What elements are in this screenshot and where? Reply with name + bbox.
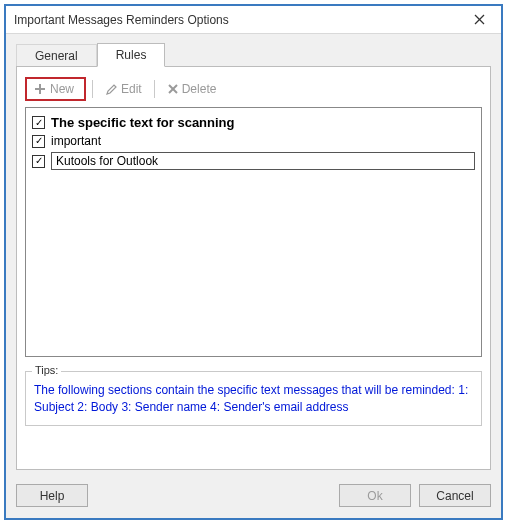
titlebar: Important Messages Reminders Options bbox=[6, 6, 501, 34]
highlight-new: New bbox=[25, 77, 86, 101]
edit-label: Edit bbox=[121, 82, 142, 96]
dialog-window: Important Messages Reminders Options Gen… bbox=[4, 4, 503, 520]
x-icon bbox=[167, 83, 179, 95]
header-checkbox[interactable]: ✓ bbox=[32, 116, 45, 129]
rule-row: ✓ bbox=[32, 151, 475, 171]
toolbar-separator bbox=[92, 80, 93, 98]
dialog-buttons: Help Ok Cancel bbox=[16, 484, 491, 507]
rules-header-label: The specific text for scanning bbox=[51, 115, 235, 130]
tips-group: Tips: The following sections contain the… bbox=[25, 371, 482, 426]
rules-list: ✓ The specific text for scanning ✓ impor… bbox=[25, 107, 482, 357]
rules-toolbar: New Edit Delete bbox=[25, 75, 482, 107]
rules-panel: New Edit Delete bbox=[16, 66, 491, 470]
rule-checkbox[interactable]: ✓ bbox=[32, 135, 45, 148]
delete-button[interactable]: Delete bbox=[161, 80, 223, 98]
close-icon bbox=[474, 14, 485, 25]
dialog-body: General Rules New bbox=[6, 34, 501, 518]
rule-text-input[interactable] bbox=[51, 152, 475, 170]
tab-general[interactable]: General bbox=[16, 44, 97, 67]
help-button[interactable]: Help bbox=[16, 484, 88, 507]
close-button[interactable] bbox=[457, 6, 501, 34]
window-title: Important Messages Reminders Options bbox=[14, 13, 457, 27]
plus-icon bbox=[33, 82, 47, 96]
tips-legend: Tips: bbox=[32, 364, 61, 376]
tips-text: The following sections contain the speci… bbox=[34, 382, 473, 417]
rule-label: important bbox=[51, 134, 101, 148]
ok-button[interactable]: Ok bbox=[339, 484, 411, 507]
rule-checkbox[interactable]: ✓ bbox=[32, 155, 45, 168]
rules-header-row: ✓ The specific text for scanning bbox=[32, 114, 475, 131]
delete-label: Delete bbox=[182, 82, 217, 96]
edit-button[interactable]: Edit bbox=[99, 80, 148, 98]
tab-strip: General Rules bbox=[16, 42, 491, 66]
pencil-icon bbox=[105, 83, 118, 96]
new-button[interactable]: New bbox=[27, 80, 80, 98]
new-label: New bbox=[50, 82, 74, 96]
rule-row: ✓ important bbox=[32, 133, 475, 149]
tab-rules[interactable]: Rules bbox=[97, 43, 166, 67]
cancel-button[interactable]: Cancel bbox=[419, 484, 491, 507]
toolbar-separator bbox=[154, 80, 155, 98]
